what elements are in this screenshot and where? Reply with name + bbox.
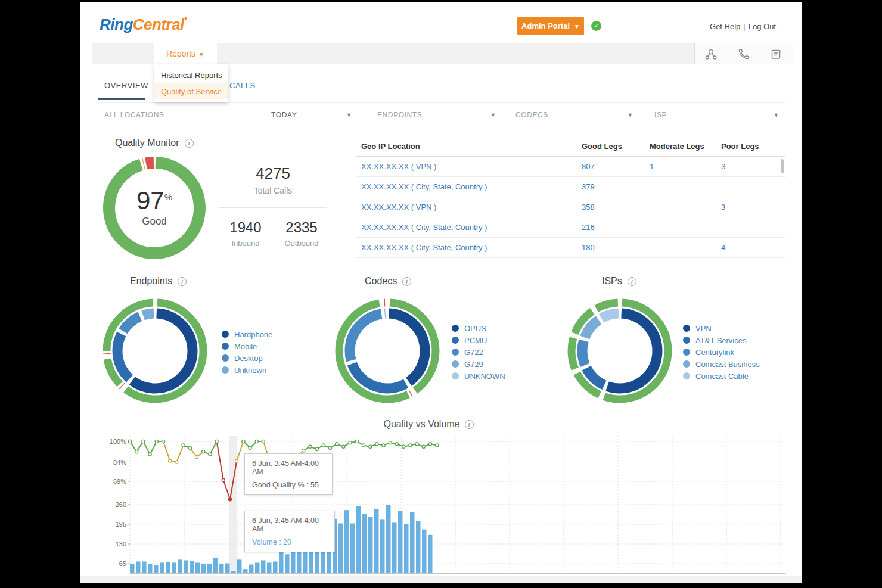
- tab-calls[interactable]: CALLS: [229, 81, 256, 90]
- chevron-down-icon[interactable]: ▼: [490, 112, 496, 118]
- admin-portal-button[interactable]: Admin Portal▼: [517, 17, 584, 35]
- legend-item[interactable]: Comcast Cable: [683, 370, 760, 382]
- legend-item[interactable]: Centurylink: [683, 346, 760, 358]
- legend-dot: [683, 360, 690, 368]
- endpoints-legend: HardphoneMobileDesktopUnknown: [222, 328, 272, 376]
- legend-label: AT&T Services: [695, 336, 746, 345]
- filter-isp[interactable]: ISP: [654, 111, 667, 119]
- legend-dot: [683, 337, 690, 344]
- isps-donut: [560, 291, 679, 410]
- table-row[interactable]: XX.XX.XX.XX ( VPN ) 358 3: [356, 197, 785, 217]
- legend-item[interactable]: VPN: [683, 322, 760, 334]
- codecs-donut: [328, 291, 447, 410]
- legend-item[interactable]: UNKNOWN: [452, 370, 505, 382]
- quality-tooltip-time: 6 Jun, 3:45 AM-4:00 AM: [252, 459, 325, 476]
- chevron-down-icon: ▼: [198, 51, 204, 58]
- table-header-row: Geo IP Location Good Legs Moderate Legs …: [356, 137, 785, 157]
- legend-label: Mobile: [234, 342, 257, 351]
- cell-good-legs: 379: [582, 182, 595, 191]
- endpoints-title-text: Endpoints: [130, 276, 172, 287]
- log-out-link[interactable]: Log Out: [749, 22, 776, 31]
- legend-item[interactable]: OPUS: [452, 322, 505, 334]
- total-calls-stat: 4275 Total Calls: [219, 164, 327, 195]
- quality-tooltip: 6 Jun, 3:45 AM-4:00 AM Good Quality % : …: [244, 453, 333, 495]
- cell-location[interactable]: XX.XX.XX.XX ( City, State, Country ): [361, 182, 487, 191]
- status-check-icon: ✓: [591, 21, 601, 31]
- menu-item-quality-of-service[interactable]: Quality of Service: [154, 83, 228, 99]
- legend-dot: [452, 360, 459, 368]
- filter-endpoints[interactable]: ENDPOINTS: [377, 111, 422, 119]
- legend-item[interactable]: AT&T Services: [683, 334, 760, 346]
- active-tab-underline: [98, 98, 145, 100]
- col-header-location: Geo IP Location: [361, 142, 420, 151]
- legend-item[interactable]: G729: [452, 358, 505, 370]
- cell-location[interactable]: XX.XX.XX.XX ( City, State, Country ): [361, 243, 487, 252]
- reports-label: Reports: [166, 49, 195, 58]
- legend-dot: [222, 354, 229, 362]
- legend-item[interactable]: G722: [452, 346, 505, 358]
- reports-dropdown-menu: Historical Reports Quality of Service: [154, 64, 228, 102]
- logo-trademark-dot: [185, 17, 187, 20]
- phone-icon[interactable]: [737, 48, 750, 61]
- total-calls-value: 4275: [219, 164, 327, 183]
- isps-legend: VPNAT&T ServicesCenturylinkComcast Busin…: [683, 322, 760, 382]
- cell-location[interactable]: XX.XX.XX.XX ( City, State, Country ): [361, 223, 487, 232]
- app-window: RingCentral Admin Portal▼ ✓ Get Help|Log…: [80, 2, 802, 583]
- link-separator: |: [743, 22, 745, 31]
- get-help-link[interactable]: Get Help: [710, 22, 740, 31]
- chevron-down-icon[interactable]: ▼: [774, 112, 779, 118]
- svg-text:130: 130: [116, 540, 126, 547]
- compose-note-icon[interactable]: [770, 48, 783, 61]
- cell-location[interactable]: XX.XX.XX.XX ( VPN ): [361, 162, 436, 171]
- svg-text:65: 65: [119, 560, 126, 567]
- legend-dot: [222, 331, 229, 338]
- table-scrollbar-thumb[interactable]: [781, 159, 784, 173]
- filter-date-range[interactable]: TODAY: [271, 111, 297, 119]
- filter-codecs[interactable]: CODECS: [515, 111, 548, 119]
- endpoints-title: Endpointsi: [130, 276, 187, 287]
- table-row[interactable]: XX.XX.XX.XX ( VPN ) 807 1 3: [356, 157, 785, 177]
- accounts-network-icon[interactable]: [704, 48, 718, 61]
- codecs-title-text: Codecs: [365, 276, 397, 287]
- legend-label: OPUS: [464, 324, 486, 333]
- legend-label: G722: [464, 348, 483, 357]
- table-row[interactable]: XX.XX.XX.XX ( City, State, Country ) 216: [356, 217, 785, 238]
- legend-label: UNKNOWN: [464, 372, 505, 381]
- cell-poor-legs: 3: [721, 203, 725, 211]
- legend-item[interactable]: Hardphone: [222, 328, 272, 340]
- legend-item[interactable]: Unknown: [222, 364, 272, 376]
- volume-tooltip-value: : 20: [277, 538, 291, 546]
- legend-label: Comcast Cable: [695, 372, 749, 381]
- quality-monitor-title-text: Quality Monitor: [115, 138, 179, 148]
- chevron-down-icon[interactable]: ▼: [628, 112, 633, 118]
- filter-bar: [100, 102, 785, 127]
- legend-dot: [222, 366, 229, 374]
- info-icon[interactable]: i: [402, 277, 411, 286]
- quality-volume-chart: 100%84%69%26019513065: [80, 413, 802, 583]
- cell-location[interactable]: XX.XX.XX.XX ( VPN ): [361, 203, 436, 211]
- cell-good-legs: 807: [582, 162, 595, 171]
- legend-item[interactable]: Comcast Business: [683, 358, 760, 370]
- legend-label: Hardphone: [234, 330, 272, 339]
- info-icon[interactable]: i: [628, 277, 636, 286]
- table-row[interactable]: XX.XX.XX.XX ( City, State, Country ) 180…: [356, 238, 785, 258]
- info-icon[interactable]: i: [178, 277, 187, 286]
- volume-tooltip-label: Volume: [252, 538, 277, 546]
- legend-item[interactable]: PCMU: [452, 334, 505, 346]
- volume-tooltip-time: 6 Jun, 3:45 AM-4:00 AM: [252, 517, 327, 533]
- reports-menu-button[interactable]: Reports▼: [154, 43, 217, 64]
- cell-moderate-legs: 1: [650, 162, 654, 171]
- table-row[interactable]: XX.XX.XX.XX ( City, State, Country ) 379: [356, 177, 785, 197]
- filter-all-locations[interactable]: ALL LOCATIONS: [104, 111, 164, 119]
- page-bottom-strip: [80, 576, 802, 583]
- logo-ring-text: Ring: [100, 15, 133, 33]
- chevron-down-icon[interactable]: ▼: [346, 112, 352, 118]
- svg-text:195: 195: [116, 521, 126, 528]
- info-icon[interactable]: i: [185, 139, 194, 148]
- legend-item[interactable]: Mobile: [222, 340, 272, 352]
- menu-item-historical-reports[interactable]: Historical Reports: [154, 67, 228, 83]
- tab-overview[interactable]: OVERVIEW: [104, 81, 148, 90]
- legend-item[interactable]: Desktop: [222, 352, 272, 364]
- inbound-value: 1940: [218, 219, 273, 236]
- cell-good-legs: 180: [582, 243, 595, 252]
